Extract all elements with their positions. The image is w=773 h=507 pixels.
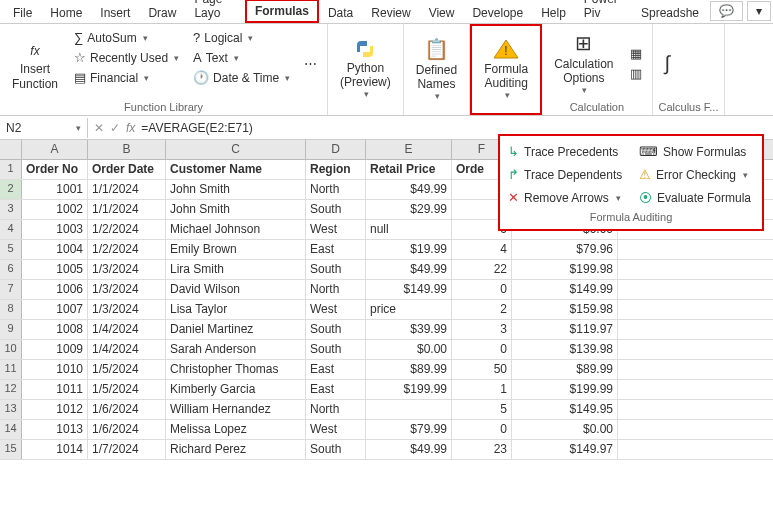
data-cell[interactable]: $89.99 [366,360,452,379]
logical-button[interactable]: ?Logical▾ [189,28,294,47]
data-cell[interactable]: 1/6/2024 [88,400,166,419]
row-header[interactable]: 13 [0,400,22,419]
data-cell[interactable]: price [366,300,452,319]
row-header[interactable]: 12 [0,380,22,399]
insert-function-button[interactable]: fx Insert Function [6,28,64,99]
evaluate-formula-button[interactable]: ⦿Evaluate Formula [637,188,756,207]
tab-draw[interactable]: Draw [139,2,185,23]
data-cell[interactable]: 1009 [22,340,88,359]
data-cell[interactable]: $199.98 [512,260,618,279]
data-cell[interactable]: $79.96 [512,240,618,259]
row-header[interactable]: 6 [0,260,22,279]
trace-precedents-button[interactable]: ↳Trace Precedents [506,142,625,161]
data-cell[interactable]: South [306,320,366,339]
data-cell[interactable]: $79.99 [366,420,452,439]
data-cell[interactable]: East [306,380,366,399]
col-header[interactable]: A [22,140,88,159]
data-cell[interactable]: 1/2/2024 [88,240,166,259]
data-cell[interactable]: David Wilson [166,280,306,299]
col-header[interactable]: E [366,140,452,159]
col-header[interactable]: C [166,140,306,159]
data-cell[interactable]: 0 [452,420,512,439]
row-header[interactable]: 5 [0,240,22,259]
data-cell[interactable]: $19.99 [366,240,452,259]
data-cell[interactable]: South [306,260,366,279]
data-cell[interactable]: Lira Smith [166,260,306,279]
calc-now-button[interactable]: ▦ [626,44,646,63]
data-cell[interactable]: Sarah Anderson [166,340,306,359]
data-cell[interactable]: John Smith [166,200,306,219]
data-cell[interactable]: 1013 [22,420,88,439]
row-header[interactable]: 3 [0,200,22,219]
data-cell[interactable]: Daniel Martinez [166,320,306,339]
data-cell[interactable]: 1002 [22,200,88,219]
remove-arrows-button[interactable]: ✕Remove Arrows▾ [506,188,625,207]
data-cell[interactable]: $149.95 [512,400,618,419]
data-cell[interactable]: 1/3/2024 [88,260,166,279]
tab-data[interactable]: Data [319,2,362,23]
share-button[interactable]: ▾ [747,1,771,21]
data-cell[interactable]: South [306,340,366,359]
row-header[interactable]: 14 [0,420,22,439]
data-cell[interactable]: 1/1/2024 [88,180,166,199]
formula-auditing-button[interactable]: ! Formula Auditing▾ [478,30,534,109]
calc-sheet-button[interactable]: ▥ [626,64,646,83]
data-cell[interactable]: 50 [452,360,512,379]
formula-input[interactable]: =AVERAGE(E2:E71) [141,121,253,135]
data-cell[interactable]: West [306,420,366,439]
data-cell[interactable]: $199.99 [366,380,452,399]
tab-file[interactable]: File [4,2,41,23]
tab-formulas[interactable]: Formulas [245,0,319,23]
data-cell[interactable]: 3 [452,320,512,339]
data-cell[interactable]: null [366,220,452,239]
data-cell[interactable]: North [306,280,366,299]
defined-names-button[interactable]: 📋 Defined Names▾ [410,28,463,111]
tab-power-piv[interactable]: Power Piv [575,0,632,23]
data-cell[interactable]: $0.00 [366,340,452,359]
data-cell[interactable]: $0.00 [512,420,618,439]
col-header[interactable]: B [88,140,166,159]
tab-insert[interactable]: Insert [91,2,139,23]
data-cell[interactable]: $49.99 [366,260,452,279]
data-cell[interactable]: $39.99 [366,320,452,339]
data-cell[interactable]: Melissa Lopez [166,420,306,439]
header-cell[interactable]: Order No [22,160,88,179]
data-cell[interactable]: 1008 [22,320,88,339]
tab-page-layo[interactable]: Page Layo [185,0,245,23]
tab-review[interactable]: Review [362,2,419,23]
data-cell[interactable]: 0 [452,280,512,299]
data-cell[interactable]: Kimberly Garcia [166,380,306,399]
data-cell[interactable]: 1012 [22,400,88,419]
data-cell[interactable]: 1/6/2024 [88,420,166,439]
name-box[interactable]: N2▾ [0,118,88,138]
error-checking-button[interactable]: ⚠Error Checking▾ [637,165,756,184]
data-cell[interactable]: 1/4/2024 [88,340,166,359]
data-cell[interactable]: South [306,440,366,459]
data-cell[interactable]: 1 [452,380,512,399]
data-cell[interactable]: West [306,220,366,239]
select-all-corner[interactable] [0,140,22,159]
data-cell[interactable]: West [306,300,366,319]
comments-button[interactable]: 💬 [710,1,743,21]
row-header[interactable]: 10 [0,340,22,359]
data-cell[interactable]: 1/3/2024 [88,300,166,319]
data-cell[interactable]: $49.99 [366,440,452,459]
data-cell[interactable]: $199.99 [512,380,618,399]
tab-view[interactable]: View [420,2,464,23]
data-cell[interactable]: 1011 [22,380,88,399]
row-header[interactable]: 8 [0,300,22,319]
row-header[interactable]: 11 [0,360,22,379]
data-cell[interactable]: $119.97 [512,320,618,339]
data-cell[interactable]: 2 [452,300,512,319]
text-button[interactable]: AText▾ [189,48,294,67]
data-cell[interactable]: 0 [452,340,512,359]
more-functions-button[interactable]: ⋯ [300,54,321,73]
tab-help[interactable]: Help [532,2,575,23]
data-cell[interactable]: 22 [452,260,512,279]
row-header[interactable]: 1 [0,160,22,179]
data-cell[interactable]: 1/1/2024 [88,200,166,219]
data-cell[interactable]: 1014 [22,440,88,459]
row-header[interactable]: 9 [0,320,22,339]
tab-develope[interactable]: Develope [463,2,532,23]
data-cell[interactable]: 1/2/2024 [88,220,166,239]
